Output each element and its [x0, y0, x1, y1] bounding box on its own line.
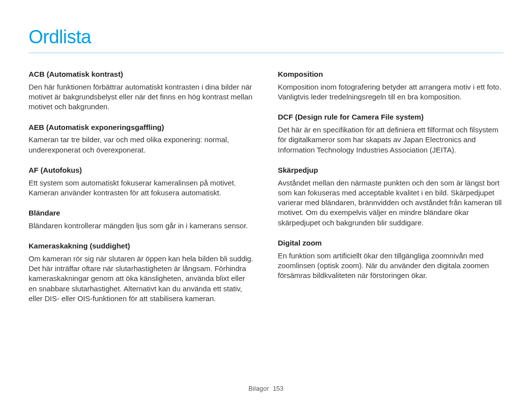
glossary-definition: Avståndet mellan den närmaste punkten oc…	[278, 178, 503, 228]
glossary-entry: Skärpedjup Avståndet mellan den närmaste…	[278, 166, 503, 228]
glossary-entry: AEB (Automatisk exponeringsgaffling) Kam…	[29, 123, 254, 155]
glossary-term: AEB (Automatisk exponeringsgaffling)	[29, 123, 254, 132]
glossary-term: AF (Autofokus)	[29, 166, 254, 175]
glossary-definition: En funktion som artificiellt ökar den ti…	[278, 251, 503, 281]
footer-page-number: 153	[273, 385, 284, 392]
glossary-term: Kameraskakning (suddighet)	[29, 242, 254, 251]
glossary-term: Bländare	[29, 209, 254, 218]
content-columns: ACB (Automatisk kontrast) Den här funkti…	[29, 70, 503, 314]
glossary-entry: DCF (Design rule for Camera File system)…	[278, 113, 503, 155]
page-title: Ordlista	[29, 27, 503, 53]
glossary-entry: Kameraskakning (suddighet) Om kameran rö…	[29, 242, 254, 304]
glossary-definition: Komposition inom fotografering betyder a…	[278, 82, 503, 102]
glossary-definition: Bländaren kontrollerar mängden ljus som …	[29, 221, 254, 231]
glossary-term: Skärpedjup	[278, 166, 503, 175]
glossary-term: DCF (Design rule for Camera File system)	[278, 113, 503, 122]
glossary-definition: Det här är en specifikation för att defi…	[278, 125, 503, 155]
glossary-term: ACB (Automatisk kontrast)	[29, 70, 254, 79]
glossary-term: Komposition	[278, 70, 503, 79]
title-rule	[29, 53, 503, 53]
glossary-definition: Den här funktionen förbättrar automatisk…	[29, 82, 254, 112]
glossary-definition: Ett system som automatiskt fokuserar kam…	[29, 178, 254, 198]
glossary-entry: ACB (Automatisk kontrast) Den här funkti…	[29, 70, 254, 112]
glossary-entry: Digital zoom En funktion som artificiell…	[278, 239, 503, 281]
page-footer: Bilagor 153	[0, 385, 532, 392]
glossary-entry: AF (Autofokus) Ett system som automatisk…	[29, 166, 254, 198]
footer-section: Bilagor	[248, 385, 269, 392]
right-column: Komposition Komposition inom fotograferi…	[278, 70, 503, 314]
left-column: ACB (Automatisk kontrast) Den här funkti…	[29, 70, 254, 314]
glossary-definition: Kameran tar tre bilder, var och med olik…	[29, 135, 254, 155]
glossary-entry: Komposition Komposition inom fotograferi…	[278, 70, 503, 102]
glossary-term: Digital zoom	[278, 239, 503, 248]
glossary-definition: Om kameran rör sig när slutaren är öppen…	[29, 254, 254, 304]
glossary-entry: Bländare Bländaren kontrollerar mängden …	[29, 209, 254, 231]
document-page: Ordlista ACB (Automatisk kontrast) Den h…	[0, 0, 532, 314]
